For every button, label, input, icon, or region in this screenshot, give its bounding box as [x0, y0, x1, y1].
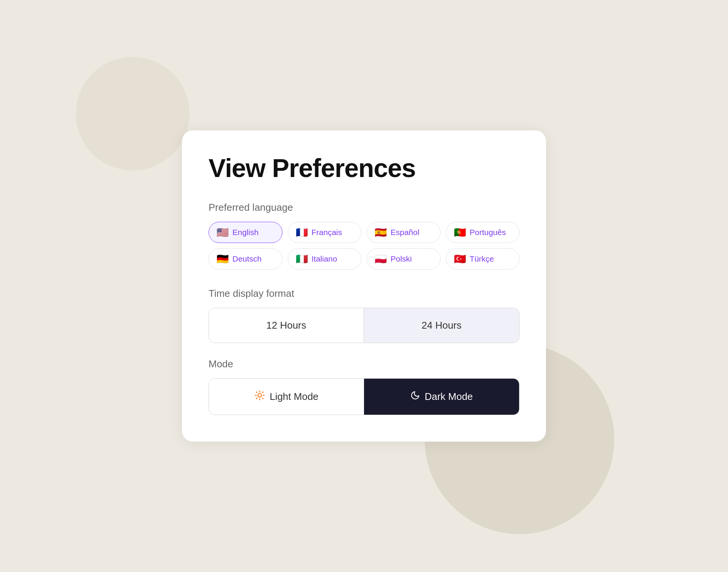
- language-label-pt: Português: [470, 228, 506, 237]
- time-btn-24h[interactable]: 24 Hours: [364, 308, 519, 343]
- dark-mode-label: Dark Mode: [425, 391, 473, 403]
- svg-point-0: [258, 393, 262, 397]
- language-btn-es[interactable]: 🇪🇸Español: [367, 222, 441, 243]
- moon-icon: [410, 390, 420, 403]
- flag-icon-en: 🇺🇸: [217, 227, 229, 237]
- language-label-es: Español: [391, 228, 419, 237]
- mode-toggle: Light Mode Dark Mode: [209, 378, 519, 415]
- background-blob-2: [76, 57, 190, 171]
- language-label-fr: Français: [312, 228, 342, 237]
- mode-btn-dark[interactable]: Dark Mode: [364, 379, 519, 415]
- language-btn-pt[interactable]: 🇵🇹Português: [446, 222, 520, 243]
- language-label-pl: Polski: [391, 254, 412, 263]
- language-label-de: Deutsch: [232, 254, 262, 263]
- language-btn-de[interactable]: 🇩🇪Deutsch: [209, 248, 282, 270]
- language-label-en: English: [232, 228, 259, 237]
- flag-icon-es: 🇪🇸: [375, 227, 387, 237]
- flag-icon-fr: 🇫🇷: [296, 227, 308, 237]
- svg-line-7: [256, 398, 257, 399]
- language-btn-fr[interactable]: 🇫🇷Français: [288, 222, 362, 243]
- svg-line-3: [256, 392, 257, 393]
- time-btn-12h[interactable]: 12 Hours: [209, 308, 364, 343]
- flag-icon-pt: 🇵🇹: [454, 227, 466, 237]
- language-label-tr: Türkçe: [470, 254, 494, 263]
- flag-icon-de: 🇩🇪: [217, 254, 229, 264]
- light-mode-label: Light Mode: [270, 391, 318, 403]
- time-toggle: 12 Hours24 Hours: [209, 308, 519, 343]
- preferences-card: View Preferences Preferred language 🇺🇸En…: [182, 130, 546, 442]
- svg-line-8: [263, 392, 264, 393]
- page-title: View Preferences: [209, 153, 519, 183]
- language-btn-pl[interactable]: 🇵🇱Polski: [367, 248, 441, 270]
- flag-icon-tr: 🇹🇷: [454, 254, 466, 264]
- mode-section-label: Mode: [209, 358, 519, 370]
- mode-btn-light[interactable]: Light Mode: [209, 379, 364, 415]
- flag-icon-pl: 🇵🇱: [375, 254, 387, 264]
- svg-line-4: [263, 398, 264, 399]
- sun-icon: [254, 390, 265, 403]
- language-btn-tr[interactable]: 🇹🇷Türkçe: [446, 248, 520, 270]
- language-label-it: Italiano: [312, 254, 337, 263]
- language-btn-en[interactable]: 🇺🇸English: [209, 222, 282, 243]
- flag-icon-it: 🇮🇹: [296, 254, 308, 264]
- language-grid: 🇺🇸English🇫🇷Français🇪🇸Español🇵🇹Português🇩…: [209, 222, 519, 270]
- language-section-label: Preferred language: [209, 202, 519, 213]
- language-btn-it[interactable]: 🇮🇹Italiano: [288, 248, 362, 270]
- time-section-label: Time display format: [209, 288, 519, 299]
